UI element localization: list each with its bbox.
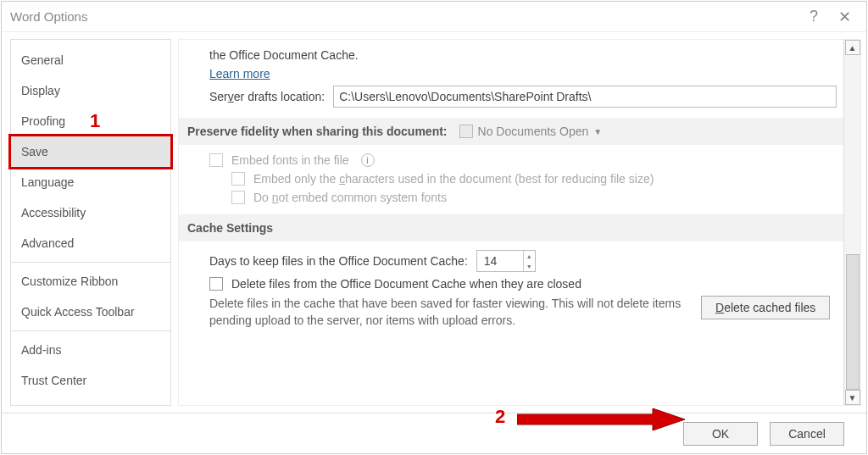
- options-content: the Office Document Cache. Learn more Se…: [179, 40, 843, 405]
- sidebar-item-advanced[interactable]: Advanced: [11, 228, 170, 258]
- sidebar-item-general[interactable]: General: [11, 45, 170, 75]
- learn-more-link[interactable]: Learn more: [209, 67, 270, 80]
- preserve-fidelity-header: Preserve fidelity when sharing this docu…: [179, 118, 843, 145]
- titlebar: Word Options ? ✕: [2, 2, 866, 32]
- sidebar-item-customize-ribbon[interactable]: Customize Ribbon: [11, 266, 170, 297]
- sidebar-item-trust-center[interactable]: Trust Center: [11, 365, 170, 396]
- cancel-button[interactable]: Cancel: [770, 422, 844, 446]
- sidebar-item-display[interactable]: Display: [11, 75, 170, 106]
- delete-on-close-label: Delete files from the Office Document Ca…: [231, 277, 581, 291]
- sidebar-item-save[interactable]: Save: [8, 134, 173, 169]
- separator: [11, 330, 170, 331]
- server-drafts-input[interactable]: [333, 86, 837, 108]
- word-options-dialog: Word Options ? ✕ General Display Proofin…: [1, 1, 867, 454]
- no-embed-common-label: Do not embed common system fonts: [253, 191, 447, 204]
- embed-chars-checkbox[interactable]: [231, 172, 245, 186]
- annotation-arrow-icon: [517, 407, 687, 432]
- server-drafts-label: Server drafts location:: [209, 90, 325, 103]
- days-keep-input[interactable]: 14 ▲▼: [476, 250, 536, 272]
- help-icon[interactable]: ?: [796, 8, 832, 25]
- embed-chars-label: Embed only the characters used in the do…: [253, 172, 654, 186]
- vertical-scrollbar[interactable]: ▲ ▼: [843, 40, 860, 405]
- sidebar-item-language[interactable]: Language: [11, 167, 170, 197]
- scroll-up-icon[interactable]: ▲: [845, 40, 860, 55]
- scroll-down-icon[interactable]: ▼: [845, 390, 860, 405]
- separator: [11, 262, 170, 263]
- days-keep-label: Days to keep files in the Office Documen…: [209, 254, 468, 268]
- spin-down-icon[interactable]: ▼: [523, 261, 535, 271]
- delete-on-close-checkbox[interactable]: [209, 277, 223, 291]
- scroll-track[interactable]: [845, 55, 860, 390]
- info-icon[interactable]: i: [361, 153, 375, 167]
- sidebar-item-accessibility[interactable]: Accessibility: [11, 197, 170, 228]
- window-title: Word Options: [10, 9, 87, 24]
- fidelity-doc-dropdown[interactable]: No Documents Open ▼: [459, 125, 603, 138]
- annotation-marker-1: 1: [90, 110, 100, 132]
- close-icon[interactable]: ✕: [832, 8, 858, 26]
- ok-button[interactable]: OK: [683, 422, 758, 446]
- cache-intro-text: the Office Document Cache.: [209, 48, 359, 62]
- svg-marker-0: [517, 408, 685, 430]
- delete-cached-files-button[interactable]: Delete cached files: [701, 296, 830, 319]
- category-sidebar: General Display Proofing Save Language A…: [10, 39, 171, 406]
- embed-fonts-checkbox[interactable]: [209, 153, 223, 167]
- annotation-marker-2: 2: [495, 406, 505, 428]
- doc-icon: [459, 125, 473, 138]
- dialog-footer: OK Cancel: [2, 413, 866, 453]
- sidebar-item-addins[interactable]: Add-ins: [11, 335, 170, 365]
- no-embed-common-checkbox[interactable]: [231, 191, 245, 204]
- sidebar-item-quick-access[interactable]: Quick Access Toolbar: [11, 297, 170, 327]
- chevron-down-icon: ▼: [593, 127, 602, 136]
- embed-fonts-label: Embed fonts in the file: [231, 153, 349, 167]
- cache-delete-desc: Delete files in the cache that have been…: [209, 296, 684, 329]
- spin-up-icon[interactable]: ▲: [523, 251, 535, 261]
- scroll-thumb[interactable]: [846, 254, 860, 390]
- cache-settings-header: Cache Settings: [179, 214, 843, 241]
